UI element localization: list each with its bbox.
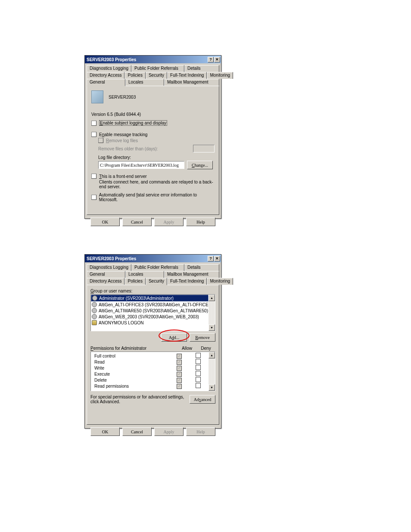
tab-details[interactable]: Details xyxy=(184,65,219,72)
user-name: ANONYMOUS LOGON xyxy=(99,320,143,325)
scroll-track[interactable] xyxy=(209,301,215,324)
user-icon xyxy=(92,308,97,313)
list-item[interactable]: AltiGen_WEB_2003 (SVR2003\AltiGen_WEB_20… xyxy=(91,314,209,320)
deny-checkbox[interactable] xyxy=(196,353,201,358)
list-item[interactable]: Administrator (SVR2003\Administrator) xyxy=(91,295,209,302)
deny-checkbox[interactable] xyxy=(196,371,201,376)
input-log-dir[interactable] xyxy=(98,161,184,169)
scroll-up-button[interactable]: ▲ xyxy=(209,352,215,358)
scrollbar[interactable]: ▲ ▼ xyxy=(209,295,215,331)
tab-details[interactable]: Details xyxy=(184,264,219,271)
tab-general[interactable]: General xyxy=(87,271,125,278)
label-log-dir: Log file directory: xyxy=(98,155,215,160)
permission-row: Delete xyxy=(92,377,208,383)
checkbox-fatal-error[interactable] xyxy=(91,195,97,200)
user-icon xyxy=(92,320,97,325)
scroll-track[interactable] xyxy=(209,358,215,384)
cancel-button[interactable]: Cancel xyxy=(122,427,152,436)
ok-button[interactable]: OK xyxy=(90,218,120,226)
tab-public-folder-referrals[interactable]: Public Folder Referrals xyxy=(131,264,184,271)
input-remove-days xyxy=(193,145,215,152)
tab-policies[interactable]: Policies xyxy=(125,278,145,285)
checkbox-subject-logging[interactable] xyxy=(91,121,97,126)
permission-row: Read permissions xyxy=(92,383,208,389)
advanced-text: For special permissions or for advanced … xyxy=(90,395,186,404)
permission-name: Delete xyxy=(92,378,170,383)
remove-button[interactable]: Remove xyxy=(190,333,215,342)
permission-name: Execute xyxy=(92,372,170,376)
permission-name: Read xyxy=(92,360,170,364)
tab-directory-access[interactable]: Directory Access xyxy=(87,72,125,79)
add-button[interactable]: Add... xyxy=(161,333,187,342)
help-button[interactable]: ? xyxy=(208,57,214,62)
list-item[interactable]: AltiGen_ALTI-OFFICE3 (SVR2003\AltiGen_AL… xyxy=(91,302,209,308)
allow-checkbox[interactable] xyxy=(177,360,182,365)
scrollbar[interactable]: ▲ ▼ xyxy=(209,352,215,391)
permission-row: Execute xyxy=(92,371,208,377)
tab-fulltext-indexing[interactable]: Full-Text Indexing xyxy=(167,278,207,285)
advanced-button[interactable]: Advanced xyxy=(190,395,215,404)
apply-button: Apply xyxy=(154,427,184,436)
allow-checkbox[interactable] xyxy=(177,366,182,371)
tab-diagnostics-logging[interactable]: Diagnostics Logging xyxy=(87,65,131,72)
allow-checkbox[interactable] xyxy=(177,378,182,383)
server-icon xyxy=(91,90,103,103)
tab-security[interactable]: Security xyxy=(146,72,167,79)
permission-row: Write xyxy=(92,365,208,371)
users-listbox[interactable]: Administrator (SVR2003\Administrator)Alt… xyxy=(90,294,215,331)
help-button: Help xyxy=(186,427,215,436)
permissions-listbox: Full controlReadWriteExecuteDeleteRead p… xyxy=(90,352,215,391)
properties-dialog-general: SERVER2003 Properties ? ✕ Diagnostics Lo… xyxy=(84,55,221,219)
titlebar: SERVER2003 Properties ? ✕ xyxy=(85,255,221,262)
tab-public-folder-referrals[interactable]: Public Folder Referrals xyxy=(131,65,184,72)
checkbox-message-tracking[interactable] xyxy=(91,132,97,137)
scroll-down-button[interactable]: ▼ xyxy=(209,384,215,391)
checkbox-frontend[interactable] xyxy=(91,174,97,179)
scroll-up-button[interactable]: ▲ xyxy=(209,295,215,301)
deny-checkbox[interactable] xyxy=(196,383,201,388)
tab-general[interactable]: General xyxy=(87,79,125,86)
close-button[interactable]: ✕ xyxy=(214,256,220,261)
frontend-description: Clients connect here, and commands are r… xyxy=(99,180,215,189)
tab-monitoring[interactable]: Monitoring xyxy=(207,72,233,79)
tab-mailbox-management[interactable]: Mailbox Management xyxy=(164,79,219,86)
allow-checkbox[interactable] xyxy=(177,384,182,389)
change-button[interactable]: Change... xyxy=(187,161,213,169)
allow-checkbox[interactable] xyxy=(177,354,182,359)
permission-name: Write xyxy=(92,366,170,370)
scroll-down-button[interactable]: ▼ xyxy=(209,324,215,331)
server-name: SERVER2003 xyxy=(109,95,136,100)
permission-name: Read permissions xyxy=(92,384,170,389)
deny-checkbox[interactable] xyxy=(196,359,201,364)
tabstrip: Diagnostics Logging Public Folder Referr… xyxy=(85,63,221,86)
list-item[interactable]: AltiGen_ALTIWARE50 (SVR2003\AltiGen_ALTI… xyxy=(91,308,209,314)
permissions-label: Permissions for Administrator xyxy=(90,346,177,351)
cancel-button[interactable]: Cancel xyxy=(122,218,152,226)
tabstrip: Diagnostics Logging Public Folder Referr… xyxy=(85,262,221,285)
tab-locales[interactable]: Locales xyxy=(125,271,164,278)
user-name: Administrator (SVR2003\Administrator) xyxy=(99,296,174,301)
deny-checkbox[interactable] xyxy=(196,377,201,382)
tab-diagnostics-logging[interactable]: Diagnostics Logging xyxy=(87,264,131,271)
list-item[interactable]: ANONYMOUS LOGON xyxy=(91,320,209,326)
help-button[interactable]: Help xyxy=(186,218,215,226)
label-message-tracking: Enable message tracking xyxy=(99,132,147,137)
label-remove-log: Remove log files xyxy=(106,138,138,143)
allow-header: Allow xyxy=(177,346,196,351)
ok-button[interactable]: OK xyxy=(90,427,120,436)
close-button[interactable]: ✕ xyxy=(214,57,220,62)
tab-mailbox-management[interactable]: Mailbox Management xyxy=(164,271,219,278)
group-users-label: Group or user names: xyxy=(90,289,215,293)
user-icon xyxy=(92,302,97,307)
tab-policies[interactable]: Policies xyxy=(125,72,145,79)
help-button[interactable]: ? xyxy=(208,256,214,261)
tab-directory-access[interactable]: Directory Access xyxy=(87,278,125,285)
tab-fulltext-indexing[interactable]: Full-Text Indexing xyxy=(167,72,207,79)
user-icon xyxy=(92,314,97,319)
deny-header: Deny xyxy=(196,346,215,351)
tab-monitoring[interactable]: Monitoring xyxy=(207,278,233,285)
tab-locales[interactable]: Locales xyxy=(125,79,164,86)
deny-checkbox[interactable] xyxy=(196,365,201,370)
allow-checkbox[interactable] xyxy=(177,372,182,377)
tab-security[interactable]: Security xyxy=(146,278,167,285)
